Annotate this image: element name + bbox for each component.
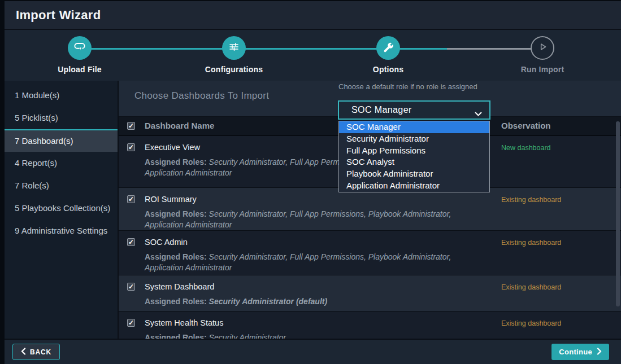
observation-value: Existing dashboard [501,312,621,339]
observation-value: New dashboard [501,136,621,187]
assigned-roles-value: Security Administrator (default) [209,297,328,306]
step-connector [388,48,542,50]
import-categories-sidebar: 1 Module(s) 5 Picklist(s) 7 Dashboard(s)… [5,81,119,339]
role-dropdown-list: SOC Manager Security Administrator Full … [338,121,490,192]
sidebar-item-picklists[interactable]: 5 Picklist(s) [5,107,118,129]
sidebar-item-dashboards[interactable]: 7 Dashboard(s) [5,129,118,152]
role-option[interactable]: Playbook Administrator [339,168,489,180]
role-option[interactable]: Security Administrator [339,133,489,145]
sidebar-item-playbooks-collections[interactable]: 5 Playbooks Collection(s) [5,197,118,220]
sidebar-item-modules[interactable]: 1 Module(s) [5,84,118,107]
step-connector [80,48,234,50]
table-row: ROI Summary Assigned Roles: Security Adm… [119,188,621,231]
row-checkbox[interactable] [127,238,135,246]
row-checkbox[interactable] [127,195,135,203]
select-all-checkbox[interactable] [127,122,135,130]
dashboard-name: System Health Status [145,318,501,327]
row-checkbox[interactable] [127,143,135,151]
default-role-label: Choose a default role if no role is assi… [338,82,477,91]
step-label-configurations: Configurations [172,65,296,74]
sidebar-item-administrative-settings[interactable]: 9 Administrative Settings [5,220,118,242]
back-button[interactable]: BACK [12,344,60,360]
sliders-icon [227,40,241,56]
row-checkbox[interactable] [127,319,135,327]
wizard-body: 1 Module(s) 5 Picklist(s) 7 Dashboard(s)… [5,81,621,339]
import-wizard-dialog: Import Wizard [5,1,621,364]
observation-value: Existing dashboard [501,188,621,230]
dashboard-name: ROI Summary [145,195,501,204]
step-connector [234,48,388,50]
sidebar-item-reports[interactable]: 4 Report(s) [5,152,118,174]
dashboard-name: SOC Admin [145,238,501,247]
assigned-roles-value: Security Administrator [209,333,286,339]
page-title: Import Wizard [16,8,101,23]
step-label-upload-file: Upload File [18,65,142,74]
dashboards-panel: Choose Dashboards To Import Choose a def… [119,81,621,339]
step-run-import[interactable] [531,36,554,60]
step-label-options: Options [326,65,450,74]
back-button-label: BACK [30,348,51,356]
default-role-select[interactable]: SOC Manager [338,100,490,120]
role-option[interactable]: SOC Analyst [339,156,489,168]
chevron-right-icon [597,348,602,357]
continue-button-label: Continue [559,348,592,356]
assigned-roles-label: Assigned Roles: [145,252,207,261]
play-icon [536,41,549,55]
role-option[interactable]: Application Administrator [339,180,489,192]
observation-value: Existing dashboard [501,231,621,275]
assigned-roles-label: Assigned Roles: [145,157,207,166]
table-row: System Health Status Assigned Roles: Sec… [119,312,621,339]
chevron-left-icon [21,348,26,357]
button-click-icon [72,40,87,56]
selected-role-value: SOC Manager [339,105,412,115]
wizard-footer: BACK Continue [5,339,621,364]
assigned-roles-label: Assigned Roles: [145,297,207,306]
wrench-icon [382,41,394,55]
sidebar-item-roles[interactable]: 7 Role(s) [5,174,118,197]
chevron-down-icon [475,109,482,119]
step-label-run-import: Run Import [480,65,605,74]
role-option[interactable]: SOC Manager [339,121,489,133]
step-upload-file[interactable] [68,36,92,60]
role-option[interactable]: Full App Permissions [339,145,489,157]
title-bar: Import Wizard [5,1,621,30]
table-row: SOC Admin Assigned Roles: Security Admin… [119,231,621,275]
observation-value: Existing dashboard [501,275,621,311]
continue-button[interactable]: Continue [551,344,609,360]
row-checkbox[interactable] [127,283,135,291]
observation-header: Observation [501,117,621,135]
dashboard-name: System Dashboard [145,282,501,291]
table-row: System Dashboard Assigned Roles: Securit… [119,275,621,312]
assigned-roles-label: Assigned Roles: [145,209,207,218]
wizard-stepper: Upload File Configurations Options Run I… [5,30,621,81]
step-configurations[interactable] [222,36,246,60]
assigned-roles-label: Assigned Roles: [145,333,207,339]
vertical-scrollbar[interactable] [616,121,620,306]
step-options[interactable] [376,36,400,60]
